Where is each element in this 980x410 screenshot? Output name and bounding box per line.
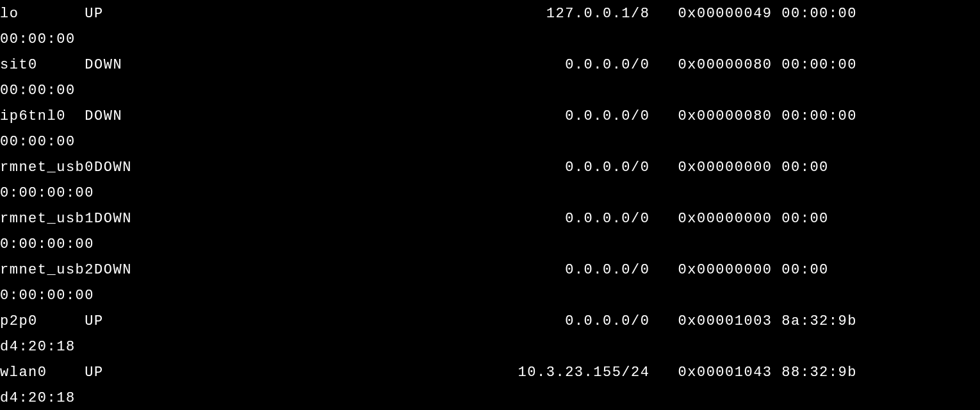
netcfg-line: rmnet_usb0DOWN 0.0.0.0/0 0x00000000 00:0… bbox=[0, 155, 980, 181]
netcfg-line-cont: 0:00:00:00 bbox=[0, 181, 980, 206]
netcfg-line-cont: 00:00:00 bbox=[0, 78, 980, 104]
netcfg-line-cont: 0:00:00:00 bbox=[0, 283, 980, 309]
netcfg-line-cont: 0:00:00:00 bbox=[0, 232, 980, 258]
netcfg-line-cont: d4:20:18 bbox=[0, 334, 980, 360]
netcfg-line: lo UP 127.0.0.1/8 0x00000049 00:00:00 bbox=[0, 1, 980, 27]
netcfg-line: rmnet_usb2DOWN 0.0.0.0/0 0x00000000 00:0… bbox=[0, 258, 980, 283]
netcfg-line-cont: 00:00:00 bbox=[0, 129, 980, 155]
netcfg-line: p2p0 UP 0.0.0.0/0 0x00001003 8a:32:9b bbox=[0, 309, 980, 334]
netcfg-line: wlan0 UP 10.3.23.155/24 0x00001043 88:32… bbox=[0, 360, 980, 386]
netcfg-line: rmnet_usb1DOWN 0.0.0.0/0 0x00000000 00:0… bbox=[0, 206, 980, 232]
netcfg-line: ip6tnl0 DOWN 0.0.0.0/0 0x00000080 00:00:… bbox=[0, 104, 980, 129]
terminal-output: lo UP 127.0.0.1/8 0x00000049 00:00:0000:… bbox=[0, 0, 980, 410]
netcfg-line-cont: d4:20:18 bbox=[0, 386, 980, 410]
netcfg-line-cont: 00:00:00 bbox=[0, 27, 980, 53]
netcfg-line: sit0 DOWN 0.0.0.0/0 0x00000080 00:00:00 bbox=[0, 53, 980, 78]
